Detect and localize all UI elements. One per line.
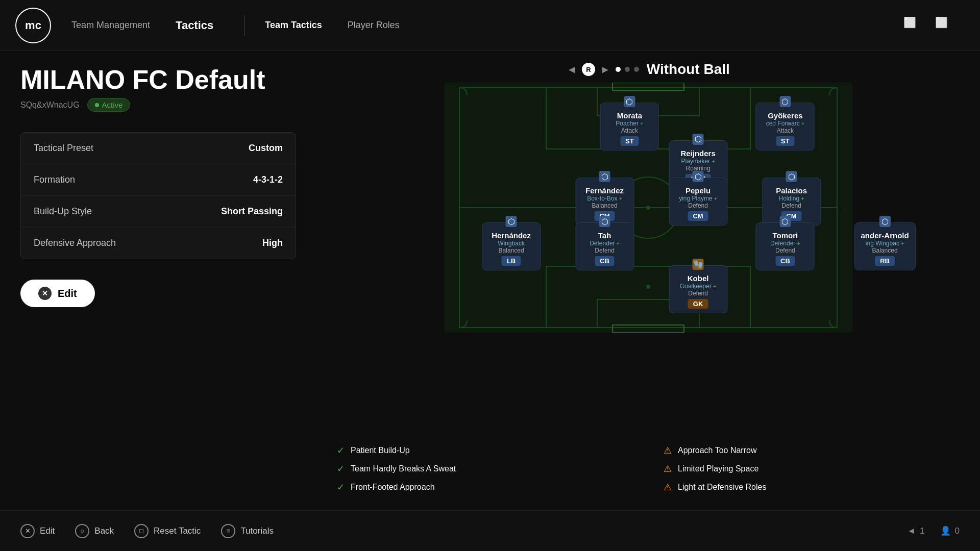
player-position-icon: ⬡: [506, 216, 517, 227]
nav-player-roles[interactable]: Player Roles: [348, 20, 400, 31]
nav-sub-items: Team Tactics Player Roles: [265, 20, 399, 31]
tactic-meta: SQq&xWnacUG Active: [20, 98, 296, 112]
player-card-gyökeres[interactable]: ⬡Gyökeresced Forwarc +AttackST: [756, 103, 815, 151]
player-card-ander-arnold[interactable]: ⬡ander-Arnolding Wingbac +BalancedRB: [854, 222, 916, 270]
field-title: Without Ball: [647, 61, 730, 78]
player-name: Tah: [582, 231, 627, 240]
bottom-edit-button[interactable]: ✕ Edit: [20, 524, 55, 538]
bottom-tutorials-label: Tutorials: [240, 526, 274, 536]
stat-buildup: Build-Up Style Short Passing: [21, 196, 296, 228]
player-card-kobel[interactable]: 🧤KobelGoalkeeper +DefendGK: [669, 265, 727, 313]
player-role: Box-to-Box +: [582, 195, 627, 202]
formation-value: 4-3-1-2: [253, 174, 283, 185]
warning-icon: ⚠: [664, 482, 672, 493]
svg-point-12: [646, 285, 650, 289]
feedback-warning-item: ⚠Light at Defensive Roles: [664, 482, 960, 493]
player-position-icon: ⬡: [599, 216, 610, 227]
defensive-label: Defensive Approach: [34, 238, 116, 248]
player-name: Hernández: [488, 231, 534, 240]
player-card-palacios[interactable]: ⬡PalaciosHolding +DefendCM: [762, 178, 821, 226]
field-arrow-right[interactable]: ►: [600, 64, 610, 76]
bottom-tutorials-button[interactable]: ≡ Tutorials: [221, 524, 274, 538]
player-card-tah[interactable]: ⬡TahDefender +DefendCB: [575, 222, 634, 270]
edit-button-label: Edit: [58, 288, 77, 299]
feedback-warning-item: ⚠Approach Too Narrow: [664, 445, 960, 456]
field-arrow-left[interactable]: ◄: [567, 64, 577, 76]
edit-button[interactable]: ✕ Edit: [20, 280, 95, 307]
edit-x-icon: ✕: [38, 287, 52, 300]
nav-tactics[interactable]: Tactics: [176, 19, 213, 32]
counter-2-icon: 👤: [940, 525, 951, 536]
nav-icons: ⬜ ⬜: [901, 14, 949, 31]
player-position-icon: ⬡: [786, 171, 797, 182]
player-style: Attack: [607, 127, 652, 134]
nav-team-tactics[interactable]: Team Tactics: [265, 20, 322, 31]
formation-label: Formation: [34, 174, 75, 185]
player-role: ing Wingbac +: [861, 240, 909, 247]
preset-label: Tactical Preset: [34, 143, 93, 154]
player-role: Defender +: [582, 240, 627, 247]
counter-1-icon: ◄: [907, 526, 916, 536]
feedback-positive-item: ✓Team Hardly Breaks A Sweat: [337, 463, 633, 474]
feedback-positive-item: ✓Front-Footed Approach: [337, 482, 633, 493]
main-content: MILANO FC Default SQq&xWnacUG Active Tac…: [0, 51, 980, 510]
tactic-id: SQq&xWnacUG: [20, 101, 80, 110]
tactic-title: MILANO FC Default: [20, 66, 296, 93]
feedback-text: Front-Footed Approach: [351, 483, 435, 492]
field-dot-2: [625, 67, 630, 72]
field-dot-1: [616, 67, 621, 72]
defensive-value: High: [262, 238, 283, 248]
counter-1: ◄ 1: [907, 526, 924, 536]
check-icon: ✓: [337, 463, 345, 474]
player-name: Kobel: [675, 274, 721, 283]
feedback-warning-item: ⚠Limited Playing Space: [664, 463, 960, 474]
field-container: ⬡MorataPoacher +AttackST⬡Gyökeresced For…: [337, 83, 960, 435]
header-nav: ◄ R ►: [567, 63, 639, 76]
player-position: CB: [775, 256, 795, 266]
player-style: Defend: [582, 247, 627, 254]
player-role: Playmaker +: [675, 158, 721, 165]
tactic-stats-panel: Tactical Preset Custom Formation 4-3-1-2…: [20, 132, 296, 259]
player-position-icon: ⬡: [693, 171, 704, 182]
bottom-back-button[interactable]: ○ Back: [75, 524, 114, 538]
nav-team-management[interactable]: Team Management: [71, 20, 150, 31]
buildup-value: Short Passing: [221, 206, 283, 217]
player-position: LB: [502, 256, 521, 266]
counter-2: 👤 0: [940, 525, 960, 536]
bottom-edit-label: Edit: [40, 526, 55, 536]
player-position: CB: [595, 256, 615, 266]
controller-icon-r: ⬜: [933, 14, 949, 31]
player-style: Defend: [675, 290, 721, 297]
check-icon: ✓: [337, 445, 345, 456]
player-position-icon: ⬡: [624, 96, 635, 107]
player-card-pepelu[interactable]: ⬡Pepeluying Playme +DefendCM: [669, 178, 727, 226]
buildup-label: Build-Up Style: [34, 206, 92, 217]
logo: mc: [15, 8, 51, 43]
counter-2-value: 0: [955, 526, 960, 536]
check-icon: ✓: [337, 482, 345, 493]
bottom-back-label: Back: [94, 526, 114, 536]
bottom-reset-button[interactable]: □ Reset Tactic: [134, 524, 201, 538]
player-role: ced Forwarc +: [763, 120, 808, 127]
svg-point-4: [646, 206, 650, 210]
field-dots: [616, 67, 639, 72]
feedback-warnings: ⚠Approach Too Narrow⚠Limited Playing Spa…: [664, 445, 960, 500]
player-card-tomori[interactable]: ⬡TomoriDefender +DefendCB: [756, 222, 815, 270]
bottom-right: ◄ 1 👤 0: [907, 525, 960, 536]
reset-circle-icon: □: [134, 524, 149, 538]
feedback-text: Light at Defensive Roles: [678, 483, 766, 492]
player-card-hernández[interactable]: ⬡HernándezWingbackBalancedLB: [482, 222, 541, 270]
nav-divider: [244, 15, 244, 36]
player-position: RB: [875, 256, 895, 266]
player-card-morata[interactable]: ⬡MorataPoacher +AttackST: [600, 103, 659, 151]
player-position: ST: [776, 136, 795, 146]
active-dot: [95, 103, 99, 107]
left-panel: MILANO FC Default SQq&xWnacUG Active Tac…: [0, 51, 316, 510]
feedback-text: Limited Playing Space: [678, 464, 758, 473]
player-name: Gyökeres: [763, 111, 808, 120]
warning-icon: ⚠: [664, 463, 672, 474]
player-role: Goalkeeper +: [675, 283, 721, 290]
feedback-text: Team Hardly Breaks A Sweat: [351, 464, 456, 473]
svg-rect-9: [612, 83, 684, 90]
player-position-icon: ⬡: [879, 216, 891, 227]
